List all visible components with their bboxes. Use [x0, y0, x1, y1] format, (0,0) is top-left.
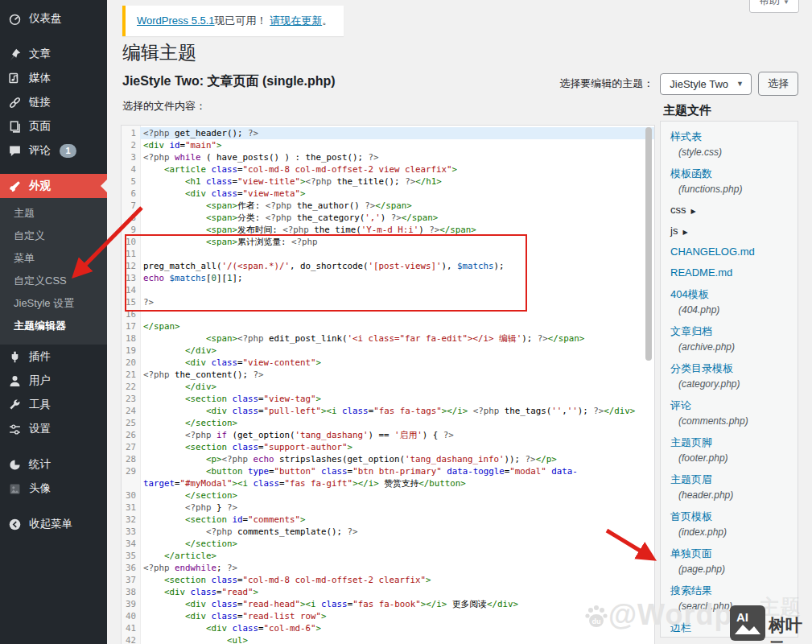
- editor-scrollbar[interactable]: [645, 127, 652, 361]
- tools-icon: [7, 398, 22, 412]
- code-text: [140, 248, 654, 260]
- code-line: 42 <ul>: [122, 634, 654, 644]
- file-link: 主题页脚: [670, 436, 789, 450]
- sidebar-item-tools[interactable]: 工具: [0, 393, 107, 417]
- sidebar-item-avatar[interactable]: 头像: [0, 477, 107, 501]
- code-text: <?php endwhile; ?>: [140, 562, 654, 574]
- code-line: 33 <?php comments_template(); ?>: [122, 526, 654, 538]
- code-text: <div class="read-head"><i class="fas fa-…: [140, 598, 654, 610]
- sidebar-item-comments[interactable]: 评论1: [0, 138, 107, 163]
- code-text: echo $matchs[0][1];: [140, 272, 654, 284]
- code-line: 15?>: [122, 296, 654, 308]
- line-number: 40: [122, 610, 140, 622]
- select-theme-button[interactable]: 选择: [758, 72, 798, 96]
- code-text: <div id="main">: [140, 139, 654, 151]
- line-number: 9: [122, 224, 140, 236]
- file-item-js-folder[interactable]: js▶: [661, 220, 798, 241]
- line-number: 7: [122, 200, 140, 212]
- file-link: 文章归档: [670, 324, 789, 339]
- file-item-functions-php[interactable]: 模板函数(functions.php): [661, 162, 798, 199]
- file-item-changelog-md[interactable]: CHANGELOG.md: [661, 241, 798, 262]
- sidebar-item-plugins[interactable]: 插件: [0, 345, 107, 369]
- code-line: 37 <section class="col-md-8 col-md-offse…: [122, 574, 654, 586]
- file-item-category-php[interactable]: 分类目录模板(category.php): [661, 357, 798, 394]
- file-filename: (404.php): [670, 304, 789, 316]
- code-text: </section>: [140, 538, 654, 550]
- file-item-header-php[interactable]: 主题页眉(header.php): [661, 468, 798, 505]
- file-item-sidebar-php[interactable]: 边栏(sidebar.php): [661, 616, 798, 638]
- sidebar-item-stats[interactable]: 统计: [0, 452, 107, 477]
- line-number: 2: [122, 139, 140, 151]
- code-line: 29 <button type="button" class="btn btn-…: [122, 465, 654, 489]
- sidebar-item-pages[interactable]: 页面: [0, 114, 107, 138]
- code-text: <span>分类: <?php the_category(',') ?></sp…: [140, 212, 654, 224]
- sidebar-item-settings[interactable]: 设置: [0, 417, 107, 441]
- sidebar-item-links[interactable]: 链接: [0, 90, 107, 114]
- code-text: <button type="button" class="btn btn-pri…: [140, 465, 654, 489]
- line-number: 17: [122, 320, 140, 332]
- sidebar-item-label: 工具: [29, 398, 51, 412]
- sidebar-item-appearance[interactable]: 外观: [0, 174, 107, 198]
- code-text: <span>累计浏览量: <?php: [140, 236, 654, 248]
- code-text: <div class="view-meta">: [140, 188, 654, 200]
- sidebar-item-users[interactable]: 用户: [0, 369, 107, 393]
- chevron-down-icon: ▼: [783, 0, 789, 6]
- submenu-item-themes[interactable]: 主题: [0, 202, 107, 225]
- update-now-link[interactable]: 请现在更新: [270, 14, 322, 27]
- sidebar-item-dashboard[interactable]: 仪表盘: [0, 6, 107, 31]
- submenu-item-menus[interactable]: 菜单: [0, 247, 107, 270]
- file-item-404-php[interactable]: 404模板(404.php): [661, 283, 798, 320]
- file-filename: (style.css): [670, 147, 789, 158]
- sidebar-item-label: 仪表盘: [29, 11, 62, 26]
- wordpress-version-link[interactable]: WordPress 5.5.1: [137, 14, 215, 27]
- submenu-item-theme-editor[interactable]: 主题编辑器: [0, 315, 107, 337]
- help-button[interactable]: 帮助▼: [749, 0, 799, 13]
- submenu-item-custom-css[interactable]: 自定义CSS: [0, 270, 107, 292]
- code-text: ?>: [140, 296, 654, 308]
- theme-files-panel: 样式表(style.css)模板函数(functions.php)css▶js▶…: [660, 121, 798, 638]
- code-line: 12preg_match_all('/(<span.*)/', do_short…: [122, 260, 654, 272]
- code-line: 40 <div class="read-list row">: [122, 610, 654, 622]
- theme-select-value: JieStyle Two: [670, 78, 728, 90]
- sidebar-item-media[interactable]: 媒体: [0, 66, 107, 90]
- code-line: 30 </section>: [122, 489, 654, 502]
- appearance-icon: [7, 179, 22, 193]
- collapse-icon: [7, 517, 22, 531]
- line-number: 32: [122, 514, 140, 526]
- wordpress-admin-theme-editor: 仪表盘文章媒体链接页面评论1外观主题自定义菜单自定义CSSJieStyle 设置…: [0, 0, 812, 644]
- file-filename: (page.php): [670, 564, 789, 575]
- media-icon: [7, 71, 22, 85]
- file-item-css-folder[interactable]: css▶: [661, 199, 798, 220]
- line-number: 13: [122, 272, 140, 284]
- code-line: 20 <div class="view-content">: [122, 357, 654, 369]
- file-item-search-php[interactable]: 搜索结果(search.php): [661, 579, 798, 616]
- file-filename: (footer.php): [670, 452, 789, 464]
- code-line: 3<?php while ( have_posts() ) : the_post…: [122, 151, 654, 163]
- code-line: 38 <div class="read">: [122, 586, 654, 598]
- submenu-item-jiestyle-settings[interactable]: JieStyle 设置: [0, 292, 107, 315]
- sidebar-item-label: 文章: [29, 47, 51, 61]
- code-text: <div class="view-content">: [140, 357, 654, 369]
- file-item-archive-php[interactable]: 文章归档(archive.php): [661, 320, 798, 357]
- line-number: 26: [122, 429, 140, 441]
- sidebar-item-posts[interactable]: 文章: [0, 42, 107, 66]
- sidebar-item-collapse-menu[interactable]: 收起菜单: [0, 512, 107, 536]
- avatar-icon: [7, 481, 22, 496]
- file-item-comments-php[interactable]: 评论(comments.php): [661, 394, 798, 431]
- submenu-item-customize[interactable]: 自定义: [0, 225, 107, 247]
- update-notice: WordPress 5.5.1现已可用！ 请现在更新。: [122, 6, 344, 36]
- code-line: 32 <section id="comments">: [122, 514, 654, 526]
- code-text: <h1 class="view-title"><?php the_title()…: [140, 175, 654, 188]
- code-editor[interactable]: 1<?php get_header(); ?>2<div id="main">3…: [121, 125, 655, 644]
- file-item-index-php[interactable]: 首页模板(index.php): [661, 505, 798, 542]
- file-link: 分类目录模板: [670, 361, 789, 376]
- file-item-page-php[interactable]: 单独页面(page.php): [661, 542, 798, 579]
- file-item-footer-php[interactable]: 主题页脚(footer.php): [661, 431, 798, 468]
- code-text: <article class="col-md-8 col-md-offset-2…: [140, 163, 654, 175]
- file-item-style-css[interactable]: 样式表(style.css): [661, 125, 798, 162]
- code-line: 41 <div class="col-md-6">: [122, 622, 654, 634]
- sidebar-item-label: 页面: [29, 119, 51, 134]
- theme-select-dropdown[interactable]: JieStyle Two ▼: [660, 73, 752, 95]
- plugin-icon: [7, 349, 22, 364]
- file-item-readme-md[interactable]: README.md: [661, 262, 798, 283]
